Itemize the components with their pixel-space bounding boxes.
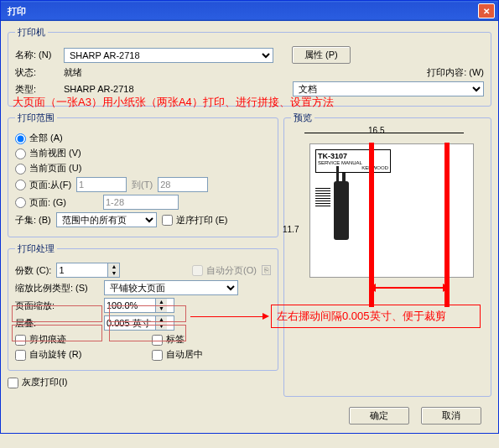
- barcode-icon: [315, 186, 330, 208]
- radio-illustration: [334, 181, 349, 240]
- autocenter-check[interactable]: 自动居中: [152, 348, 203, 361]
- labels-check[interactable]: 标签: [152, 333, 185, 346]
- type-label: 类型:: [15, 83, 59, 96]
- overlap-label: 层叠:: [15, 317, 99, 330]
- preview-canvas: TK-3107 SERVICE MANUAL KENWOOD: [309, 143, 474, 278]
- red-gap-arrow: [374, 287, 444, 289]
- radio-pagesfrom[interactable]: 页面:从(F): [15, 179, 71, 191]
- print-dialog: 打印 ✕ 打印机 名称: (N) SHARP AR-2718 属性 (P) 状态…: [0, 0, 499, 434]
- pagescale-spinner[interactable]: ▲▼: [104, 298, 174, 313]
- range-group: 打印范围 全部 (A) 当前视图 (V) 当前页面 (U) 页面:从(F) 到(…: [8, 112, 278, 237]
- scaletype-select[interactable]: 平铺较大页面: [104, 280, 238, 295]
- handling-group: 打印处理 份数 (C): ▲▼ 自动分页(O) ⎘ 缩放比例类型: (S) 平铺…: [8, 242, 278, 371]
- ok-button[interactable]: 确定: [349, 407, 409, 425]
- pagescale-label: 页面缩放:: [15, 300, 99, 312]
- pages-input[interactable]: [103, 195, 179, 210]
- from-input[interactable]: [76, 177, 127, 192]
- scaletype-label: 缩放比例类型: (S): [15, 282, 99, 294]
- autorotate-check[interactable]: 自动旋转 (R): [15, 348, 81, 361]
- preview-width: 16.5: [368, 126, 384, 135]
- status-label: 状态:: [15, 66, 59, 79]
- red-bar-left: [369, 143, 374, 307]
- printer-group: 打印机 名称: (N) SHARP AR-2718 属性 (P) 状态: 就绪 …: [8, 26, 491, 107]
- radio-currentview[interactable]: 当前视图 (V): [15, 147, 81, 159]
- cutmarks-check[interactable]: 剪切痕迹: [15, 333, 66, 346]
- printer-legend: 打印机: [15, 26, 48, 39]
- to-input[interactable]: [158, 177, 208, 192]
- printer-select[interactable]: SHARP AR-2718: [64, 48, 273, 63]
- collate-icon: ⎘: [262, 265, 271, 275]
- collate-check: 自动分页(O): [192, 264, 257, 277]
- preview-legend: 预览: [291, 112, 314, 124]
- status-value: 就绪: [64, 66, 82, 79]
- preview-height: 11.7: [283, 225, 299, 234]
- content-select[interactable]: 文档: [293, 81, 484, 96]
- preview-group: 预览 16.5 11.7 TK-3107 SERVICE MANUAL KENW…: [283, 112, 491, 397]
- preview-brand: KENWOOD: [318, 165, 388, 170]
- copies-label: 份数 (C):: [15, 264, 51, 277]
- reverse-check[interactable]: 逆序打印 (E): [162, 214, 228, 227]
- radio-currentpage[interactable]: 当前页面 (U): [15, 162, 81, 175]
- titlebar: 打印 ✕: [1, 1, 498, 21]
- to-label: 到(T): [132, 179, 153, 191]
- red-bar-right: [444, 143, 450, 307]
- properties-button[interactable]: 属性 (P): [292, 46, 351, 64]
- content-label: 打印内容: (W): [427, 66, 484, 79]
- subset-label: 子集: (B): [15, 214, 51, 227]
- handling-legend: 打印处理: [15, 242, 57, 255]
- copies-spinner[interactable]: ▲▼: [56, 263, 120, 278]
- radio-pages[interactable]: 页面: (G): [15, 196, 66, 209]
- grayscale-check[interactable]: 灰度打印(I): [8, 376, 67, 388]
- cancel-button[interactable]: 取消: [421, 407, 481, 425]
- preview-device: TK-3107: [318, 152, 388, 160]
- name-label: 名称: (N): [15, 49, 59, 61]
- range-legend: 打印范围: [15, 112, 57, 124]
- type-value: SHARP AR-2718: [64, 84, 134, 94]
- radio-all[interactable]: 全部 (A): [15, 132, 63, 144]
- close-button[interactable]: ✕: [478, 3, 495, 18]
- overlap-spinner[interactable]: ▲▼: [104, 315, 174, 331]
- subset-select[interactable]: 范围中的所有页: [56, 212, 157, 227]
- title-text: 打印: [8, 5, 26, 18]
